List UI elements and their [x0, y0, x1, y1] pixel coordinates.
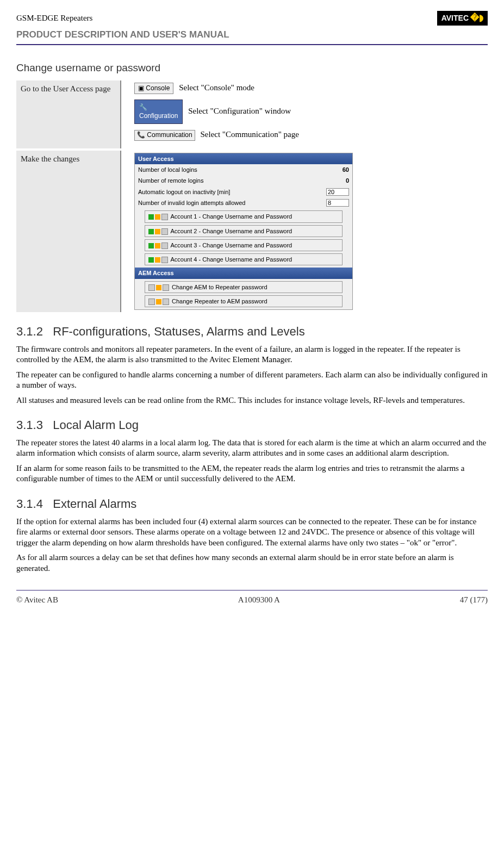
panel-header-aem-access: AEM Access [135, 268, 352, 278]
body-text: The repeater can be configured to handle… [16, 370, 488, 391]
step-row-2: Make the changes User Access Number of l… [16, 151, 488, 313]
product-name: GSM-EDGE Repeaters [16, 13, 92, 24]
body-text: All statuses and measured levels can be … [16, 395, 488, 406]
arrow-icon [156, 285, 161, 290]
step-content: ▣ Console Select "Console" mode 🔧Configu… [121, 80, 488, 148]
header-divider [16, 44, 488, 45]
repeater-to-aem-button[interactable]: Change Repeater to AEM password [145, 295, 343, 307]
body-text: The firmware controls and monitors all r… [16, 344, 488, 365]
section-313-heading: 3.1.3 Local Alarm Log [16, 418, 488, 433]
console-instruction: Select "Console" mode [179, 83, 254, 92]
key-icon [163, 284, 169, 291]
section-314-heading: 3.1.4 External Alarms [16, 496, 488, 512]
arrow-icon [155, 229, 160, 234]
section-change-credentials: Change username or password [16, 61, 488, 75]
person-icon [148, 229, 154, 234]
key-icon [148, 299, 155, 305]
configuration-button[interactable]: 🔧Configuration [134, 100, 183, 124]
communication-button[interactable]: 📞 Communication [134, 130, 195, 141]
footer-copyright: © Avitec AB [16, 595, 58, 606]
local-logins-value: 60 [343, 166, 349, 173]
arrow-icon [155, 257, 160, 263]
user-access-panel: User Access Number of local logins60 Num… [134, 153, 353, 310]
logo-icon: �◗ [470, 13, 483, 24]
account-4-button[interactable]: Account 4 - Change Username and Password [145, 253, 343, 265]
arrow-icon [155, 214, 160, 220]
console-button[interactable]: ▣ Console [134, 83, 173, 95]
header-subtitle: PRODUCT DESCRIPTION AND USER'S MANUAL [16, 29, 488, 41]
remote-logins-value: 0 [346, 177, 349, 184]
local-logins-row: Number of local logins60 [135, 164, 352, 175]
invalid-attempts-row: Number of invalid login attempts allowed [135, 197, 352, 208]
communication-instruction: Select "Communication" page [200, 130, 298, 139]
key-icon [161, 228, 168, 235]
step-content: User Access Number of local logins60 Num… [121, 151, 488, 313]
panel-header-user-access: User Access [135, 153, 352, 164]
body-text: As for all alarm sources a delay can be … [16, 552, 488, 574]
aem-to-repeater-button[interactable]: Change AEM to Repeater password [145, 281, 343, 293]
person-icon [148, 257, 154, 263]
key-icon [161, 257, 168, 263]
aem-icon [163, 299, 169, 305]
arrow-icon [156, 299, 161, 304]
page-header: GSM-EDGE Repeaters AVITEC�◗ [16, 11, 488, 26]
aem-icon [148, 284, 155, 291]
configuration-instruction: Select "Configuration" window [188, 107, 291, 115]
arrow-icon [155, 243, 160, 248]
footer-docid: A1009300 A [238, 595, 280, 606]
person-icon [148, 214, 154, 220]
body-text: If an alarm for some reason fails to be … [16, 463, 488, 484]
section-312-heading: 3.1.2 RF-configurations, Statuses, Alarm… [16, 324, 488, 340]
auto-logout-input[interactable] [326, 188, 349, 196]
body-text: The repeater stores the latest 40 alarms… [16, 438, 488, 459]
step-label: Go to the User Access page [16, 80, 120, 148]
body-text: If the option for external alarms has be… [16, 517, 488, 549]
key-icon [161, 243, 168, 249]
step-row-1: Go to the User Access page ▣ Console Sel… [16, 80, 488, 148]
page-footer: © Avitec AB A1009300 A 47 (177) [16, 590, 488, 606]
account-3-button[interactable]: Account 3 - Change Username and Password [145, 239, 343, 251]
key-icon [161, 214, 168, 220]
auto-logout-row: Automatic logout on inactivity [min] [135, 187, 352, 197]
account-1-button[interactable]: Account 1 - Change Username and Password [145, 210, 343, 222]
logo: AVITEC�◗ [437, 11, 488, 26]
invalid-attempts-input[interactable] [326, 199, 349, 207]
footer-pagenum: 47 (177) [460, 595, 488, 606]
step-label: Make the changes [16, 151, 120, 313]
remote-logins-row: Number of remote logins0 [135, 175, 352, 186]
account-2-button[interactable]: Account 2 - Change Username and Password [145, 225, 343, 237]
person-icon [148, 243, 154, 248]
